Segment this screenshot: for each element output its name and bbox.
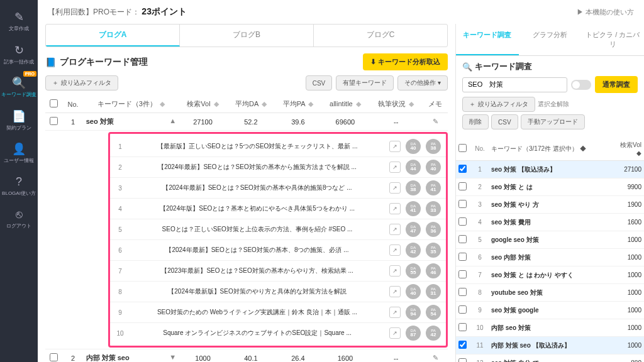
research-row[interactable]: 12seo 対策 自分 で880 — [456, 354, 644, 363]
row-checkbox[interactable] — [458, 288, 467, 296]
col-no[interactable]: No. — [471, 137, 489, 161]
row-checkbox[interactable] — [458, 358, 467, 362]
external-link-icon[interactable]: ↗ — [389, 162, 401, 173]
col-allintitle[interactable]: allintitle ◆ — [321, 96, 369, 113]
research-row[interactable]: 4seo 対策 費用1600 — [456, 214, 644, 231]
research-row[interactable]: 1seo 対策 【取込済み】27100 — [456, 161, 644, 178]
row-keyword: seo 対策 と は — [489, 178, 611, 196]
row-checkbox[interactable] — [458, 323, 467, 331]
edit-icon[interactable]: ✎ — [433, 354, 438, 361]
pa-badge: PA35 — [426, 243, 441, 258]
research-row[interactable]: 2seo 対策 と は9900 — [456, 178, 644, 196]
row-keyword: 内部 対策 seo ▼ — [84, 349, 179, 363]
external-link-icon[interactable]: ↗ — [389, 203, 401, 214]
chip-削除[interactable]: 削除 — [462, 114, 489, 129]
chevron-up-icon[interactable]: ▲ — [169, 117, 176, 124]
row-vol: 1000 — [179, 349, 227, 363]
external-link-icon[interactable]: ↗ — [389, 182, 401, 194]
search-toggle[interactable] — [571, 80, 591, 90]
external-link-icon[interactable]: ↗ — [389, 327, 401, 339]
action-有望キーワード[interactable]: 有望キーワード — [336, 75, 394, 90]
research-row[interactable]: 11内部 対策 seo 【取込済み】1000 — [456, 337, 644, 354]
research-row[interactable]: 9seo 対策 google1000 — [456, 302, 644, 319]
serp-title: 【2024年版】SEOとは？基本と初めにやるべき具体策5つをわかり ... — [130, 204, 384, 213]
sidebar-item-ユーザー情報[interactable]: 👤ユーザー情報 — [0, 137, 38, 169]
row-checkbox[interactable] — [458, 217, 467, 226]
chevron-down-icon[interactable]: ▼ — [169, 353, 176, 361]
row-checkbox[interactable] — [458, 235, 467, 243]
serp-title: 【2024年最新】SEOとは？SEO対策の基本や具体的施策8つなど ... — [130, 184, 384, 192]
external-link-icon[interactable]: ↗ — [389, 265, 401, 277]
row-checkbox[interactable] — [458, 253, 467, 261]
row-checkbox[interactable] — [458, 200, 467, 208]
action-その他操作  ▾[interactable]: その他操作 ▾ — [397, 75, 448, 90]
search-icon: 🔍 — [462, 62, 472, 72]
select-all-checkbox[interactable] — [458, 144, 467, 152]
row-vol: 1000 — [611, 284, 644, 302]
row-checkbox[interactable] — [458, 341, 467, 349]
external-link-icon[interactable]: ↗ — [389, 286, 401, 297]
research-row[interactable]: 10内部 seo 対策1000 — [456, 319, 644, 337]
pa-badge: PA38 — [426, 139, 441, 154]
sidebar-item-文章作成[interactable]: ✎文章作成 — [0, 5, 38, 37]
col-No.[interactable]: No. — [63, 96, 84, 113]
external-link-icon[interactable]: ↗ — [389, 141, 401, 152]
blog-tab-ブログB[interactable]: ブログB — [180, 25, 314, 47]
action-CSV[interactable]: CSV — [306, 75, 333, 90]
right-tab-グラフ分析[interactable]: グラフ分析 — [519, 24, 582, 55]
search-button[interactable]: 通常調査 — [595, 76, 638, 93]
deselect-all-link[interactable]: 選択全解除 — [538, 100, 569, 109]
sidebar-label: ユーザー情報 — [4, 158, 34, 164]
col-執筆状況[interactable]: 執筆状況 ◆ — [369, 96, 423, 113]
sidebar-label: ログアウト — [6, 223, 31, 229]
sidebar-item-キーワード調査[interactable]: PRO🔍キーワード調査 — [0, 71, 38, 103]
serp-rank: 2 — [115, 164, 125, 171]
row-checkbox[interactable] — [458, 270, 467, 278]
edit-icon[interactable]: ✎ — [433, 118, 438, 125]
analyze-import-button[interactable]: ⬇ キーワード分析取込 — [363, 53, 448, 70]
blog-tab-ブログC[interactable]: ブログC — [314, 25, 447, 47]
external-link-icon[interactable]: ↗ — [389, 224, 401, 235]
col-keyword[interactable]: キーワード（3/172件 選択中） ◆ — [489, 137, 611, 161]
right-filter-button[interactable]: ＋ 絞り込みフィルタ — [462, 97, 535, 112]
help-link[interactable]: ▶ 本機能の使い方 — [577, 8, 634, 17]
chip-手動アップロード[interactable]: 手動アップロード — [521, 114, 585, 129]
blog-tab-ブログA[interactable]: ブログA — [46, 25, 180, 47]
sidebar-item-記事一括作成[interactable]: ↻記事一括作成 — [0, 38, 38, 70]
sidebar-label: キーワード調査 — [1, 92, 36, 98]
chip-CSV[interactable]: CSV — [491, 114, 518, 129]
col-平均PA[interactable]: 平均PA ◆ — [275, 96, 321, 113]
external-link-icon[interactable]: ↗ — [389, 307, 401, 318]
serp-title: 【2023年最新】SEOとは？SEO対策の基本からやり方、検索結果 ... — [130, 266, 384, 275]
research-row[interactable]: 3seo 対策 やり 方1900 — [456, 196, 644, 214]
research-row[interactable]: 7seo 対策 と は わかり やすく1000 — [456, 266, 644, 284]
serp-row: 1【最新版】正しいSEOとは？5つのSEO対策とチェックリスト、最新 ...↗D… — [110, 136, 446, 157]
sidebar-item-契約プラン[interactable]: 📄契約プラン — [0, 104, 38, 136]
filter-button[interactable]: ＋ 絞り込みフィルタ — [45, 75, 118, 90]
row-checkbox[interactable] — [50, 117, 58, 125]
row-checkbox[interactable] — [458, 305, 467, 314]
row-checkbox[interactable] — [50, 353, 58, 361]
serp-title: SEOとは？正しいSEO対策と上位表示の方法、事例を紹介 #SEO ... — [130, 225, 384, 234]
serp-rank: 10 — [115, 330, 125, 337]
col-メモ[interactable]: メモ — [423, 96, 448, 113]
sidebar-item-BLOGAI使い方[interactable]: ?BLOGAI使い方 — [0, 170, 38, 202]
row-checkbox[interactable] — [458, 165, 467, 173]
external-link-icon[interactable]: ↗ — [389, 244, 401, 256]
row-vol: 1600 — [611, 214, 644, 231]
research-row[interactable]: 8youtube seo 対策1000 — [456, 284, 644, 302]
col-キーワード（3件）[interactable]: キーワード（3件） ◆ — [84, 96, 179, 113]
sidebar-item-ログアウト[interactable]: ⎋ログアウト — [0, 203, 38, 234]
row-no: 4 — [471, 214, 489, 231]
select-all-checkbox[interactable] — [50, 99, 58, 107]
right-tab-トピクラ / カニバリ[interactable]: トピクラ / カニバリ — [581, 24, 644, 55]
right-tab-キーワード調査[interactable]: キーワード調査 — [456, 24, 519, 55]
row-checkbox[interactable] — [458, 182, 467, 190]
research-row[interactable]: 6seo 内部 対策1000 — [456, 249, 644, 266]
col-平均DA[interactable]: 平均DA ◆ — [227, 96, 275, 113]
col-検索Vol[interactable]: 検索Vol ◆ — [179, 96, 227, 113]
row-no: 5 — [471, 231, 489, 249]
research-row[interactable]: 5google seo 対策1000 — [456, 231, 644, 249]
col-vol[interactable]: 検索Vol ◆ — [611, 137, 644, 161]
keyword-search-input[interactable] — [462, 77, 567, 92]
